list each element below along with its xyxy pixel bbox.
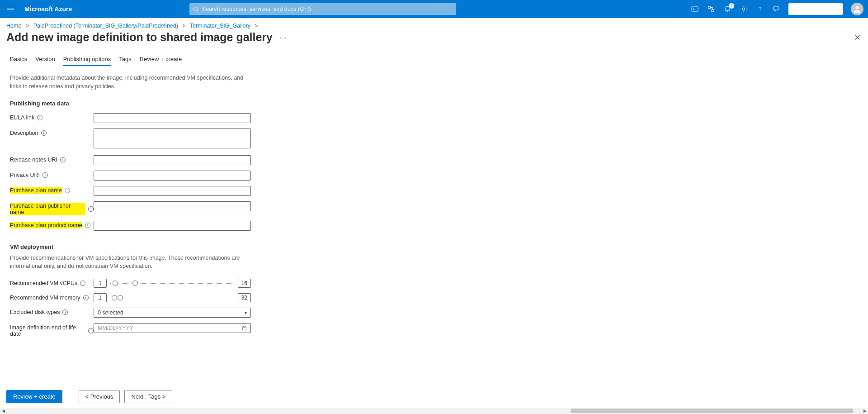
tabs: Basics Version Publishing options Tags R… (10, 53, 858, 67)
svg-point-0 (193, 7, 197, 11)
account-box[interactable] (788, 3, 843, 15)
help-icon[interactable] (756, 5, 764, 13)
input-purchase-plan-name[interactable] (94, 186, 251, 196)
label-eol-date: Image definition end of life date i (10, 323, 94, 337)
label-recommended-memory: Recommended VM memory i (10, 293, 94, 301)
vcpu-slider[interactable] (110, 280, 234, 286)
calendar-icon (242, 326, 247, 331)
label-purchase-plan-publisher: Purchase plan publisher name i (10, 201, 94, 215)
user-avatar[interactable] (851, 3, 863, 15)
brand-label: Microsoft Azure (24, 5, 72, 13)
svg-line-1 (197, 10, 198, 11)
svg-rect-8 (242, 327, 246, 330)
more-actions-icon[interactable]: ⋯ (279, 33, 288, 43)
label-eula-link: EULA link i (10, 113, 94, 121)
info-icon[interactable]: i (42, 172, 48, 178)
info-icon[interactable]: i (83, 295, 89, 300)
tab-review-create[interactable]: Review + create (140, 53, 182, 66)
info-icon[interactable]: i (88, 206, 94, 212)
global-header: Microsoft Azure 2 (0, 0, 868, 18)
tab-version[interactable]: Version (35, 53, 55, 66)
memory-min-value[interactable]: 1 (94, 293, 107, 302)
search-icon (193, 6, 198, 12)
notifications-icon[interactable]: 2 (723, 5, 731, 13)
content-area: Basics Version Publishing options Tags R… (0, 48, 868, 374)
chevron-right-icon: > (255, 23, 258, 29)
input-release-notes[interactable] (94, 155, 251, 165)
directory-icon[interactable] (707, 5, 715, 13)
label-purchase-plan-name: Purchase plan name i (10, 186, 94, 194)
label-description: Description i (10, 128, 94, 136)
menu-toggle[interactable] (5, 5, 18, 14)
input-description[interactable] (94, 128, 251, 148)
svg-rect-3 (708, 6, 711, 9)
tab-publishing-options[interactable]: Publishing options (63, 53, 111, 66)
eol-date-input[interactable]: MM/DD/YYYY (94, 323, 251, 333)
label-purchase-plan-product: Purchase plan product name i (10, 221, 94, 228)
chevron-right-icon: > (182, 23, 185, 29)
label-privacy-uri: Privacy URI i (10, 171, 94, 178)
input-purchase-plan-publisher[interactable] (94, 201, 251, 211)
svg-rect-2 (692, 7, 698, 11)
input-purchase-plan-product[interactable] (94, 221, 251, 231)
svg-point-5 (742, 8, 745, 10)
label-excluded-disk-types: Excluded disk types i (10, 308, 94, 315)
breadcrumb-home[interactable]: Home (6, 23, 21, 29)
info-icon[interactable]: i (80, 281, 85, 286)
excluded-disk-types-select[interactable]: 0 selected ▾ (94, 308, 251, 318)
eol-placeholder: MM/DD/YYYY (98, 325, 133, 331)
info-icon[interactable]: i (60, 157, 66, 162)
info-icon[interactable]: i (88, 328, 94, 333)
label-recommended-vcpus: Recommended VM vCPUs i (10, 279, 94, 286)
tab-basics[interactable]: Basics (10, 53, 27, 66)
header-actions: 2 (691, 3, 863, 15)
vcpu-max-value[interactable]: 16 (238, 279, 251, 288)
excluded-disk-types-value: 0 selected (98, 309, 123, 316)
tab-tags[interactable]: Tags (119, 53, 131, 66)
page-header: Add new image definition to shared image… (0, 29, 868, 48)
memory-slider[interactable] (110, 295, 234, 301)
memory-max-value[interactable]: 32 (238, 293, 251, 302)
info-icon[interactable]: i (37, 115, 42, 120)
input-eula-link[interactable] (94, 113, 251, 123)
section-vm-desc: Provide recommendations for VM specifica… (10, 254, 245, 271)
svg-point-6 (760, 11, 760, 11)
svg-rect-4 (712, 10, 714, 12)
section-vm-title: VM deployment (10, 243, 858, 250)
info-icon[interactable]: i (41, 130, 47, 136)
info-icon[interactable]: i (62, 309, 68, 315)
vcpu-min-value[interactable]: 1 (94, 279, 107, 288)
breadcrumb-item-2[interactable]: Terminator_SIG_Gallery (190, 23, 250, 29)
label-release-notes: Release notes URI i (10, 155, 94, 163)
intro-text: Provide additional metadata about the im… (10, 74, 245, 91)
global-search-container (189, 3, 456, 15)
cloud-shell-icon[interactable] (691, 5, 699, 13)
breadcrumb-item-1[interactable]: PaidPredefined (Terminator_SIG_Gallery/P… (33, 23, 178, 29)
close-icon[interactable]: ✕ (854, 33, 862, 43)
section-meta-title: Publishing meta data (10, 100, 858, 107)
input-privacy-uri[interactable] (94, 171, 251, 181)
breadcrumb: Home > PaidPredefined (Terminator_SIG_Ga… (0, 18, 868, 29)
settings-icon[interactable] (740, 5, 748, 13)
notifications-badge: 2 (729, 3, 734, 9)
global-search-input[interactable] (189, 3, 456, 15)
chevron-down-icon: ▾ (245, 310, 247, 315)
info-icon[interactable]: i (85, 223, 90, 228)
info-icon[interactable]: i (65, 188, 70, 193)
svg-point-7 (856, 6, 859, 10)
chevron-right-icon: > (26, 23, 29, 29)
feedback-icon[interactable] (772, 5, 780, 13)
page-title: Add new image definition to shared image… (6, 31, 273, 44)
